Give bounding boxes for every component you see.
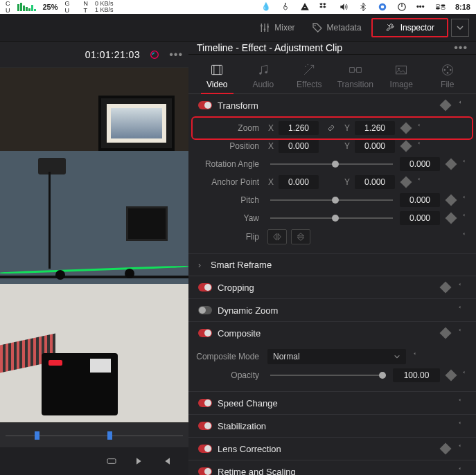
rotation-input[interactable]: [400, 157, 440, 171]
flip-horizontal-button[interactable]: [267, 229, 287, 244]
position-keyframe-button[interactable]: [400, 141, 412, 152]
flip-reset-button[interactable]: [459, 231, 470, 242]
stabilization-enable-toggle[interactable]: [198, 422, 212, 430]
zoom-x-input[interactable]: [279, 121, 319, 135]
next-button[interactable]: [132, 454, 147, 469]
pitch-slider[interactable]: [267, 193, 396, 207]
tab-image[interactable]: Image: [378, 59, 425, 93]
timecode-display[interactable]: 01:01:21:03: [85, 49, 140, 60]
speed-change-reset-button[interactable]: [455, 397, 466, 409]
transform-header[interactable]: Transform: [188, 94, 476, 116]
tab-audio[interactable]: Audio: [240, 59, 287, 93]
dynamic-zoom-enable-toggle[interactable]: [198, 306, 212, 314]
pitch-input[interactable]: [400, 193, 440, 207]
inspector-button[interactable]: Inspector: [371, 18, 448, 37]
position-reset-button[interactable]: [414, 141, 425, 152]
rotation-reset-button[interactable]: [459, 159, 470, 170]
lens-correction-header[interactable]: Lens Correction: [188, 438, 476, 460]
more-menubar-icon[interactable]: •••: [416, 2, 426, 12]
smart-reframe-header[interactable]: › Smart Reframe: [188, 254, 476, 276]
yaw-keyframe-button[interactable]: [446, 213, 457, 224]
metadata-button[interactable]: Metadata: [305, 19, 369, 36]
tab-file[interactable]: File: [425, 59, 471, 93]
retime-header[interactable]: Retime and Scaling: [188, 460, 476, 475]
viewer-scrub-bar[interactable]: [0, 422, 188, 447]
zoom-y-input[interactable]: [355, 121, 395, 135]
waterdrop-icon[interactable]: 💧: [261, 2, 271, 12]
tab-video[interactable]: Video: [194, 59, 240, 93]
dynamic-zoom-header[interactable]: Dynamic Zoom: [188, 299, 476, 321]
rotation-keyframe-button[interactable]: [446, 159, 457, 170]
retime-enable-toggle[interactable]: [198, 467, 212, 475]
transport-controls: [0, 447, 188, 475]
svg-point-31: [443, 69, 446, 71]
retime-reset-button[interactable]: [455, 466, 466, 475]
composite-mode-reset-button[interactable]: [410, 351, 421, 362]
opacity-input[interactable]: [393, 368, 440, 382]
zoom-reset-button[interactable]: [414, 123, 425, 134]
prev-button[interactable]: [159, 454, 175, 469]
pitch-reset-button[interactable]: [459, 195, 470, 206]
dropbox-icon[interactable]: [319, 2, 329, 12]
yaw-input[interactable]: [400, 211, 440, 225]
clock[interactable]: 8:18: [455, 3, 470, 11]
position-y-input[interactable]: [355, 139, 395, 153]
camera-app-icon[interactable]: [378, 2, 387, 12]
rotation-slider[interactable]: [267, 157, 396, 171]
anchor-reset-button[interactable]: [414, 177, 425, 188]
lens-correction-keyframe-button[interactable]: [440, 443, 452, 455]
composite-header[interactable]: Composite: [188, 322, 476, 344]
composite-mode-select[interactable]: Normal: [267, 349, 406, 364]
panel-expand-button[interactable]: [451, 19, 469, 37]
svg-point-15: [314, 24, 315, 26]
mac-menubar: CU 25% GU NT 0 KB/s 1 KB/s 💧 ••• 8:18: [0, 0, 476, 14]
lens-correction-reset-button[interactable]: [455, 443, 466, 454]
flame-icon[interactable]: [281, 2, 290, 12]
inspector-options-button[interactable]: •••: [454, 42, 468, 54]
cropping-reset-button[interactable]: [455, 282, 466, 293]
opacity-slider[interactable]: [267, 368, 389, 382]
dynamic-zoom-reset-button[interactable]: [455, 305, 466, 316]
opacity-reset-button[interactable]: [459, 370, 470, 381]
cropping-enable-toggle[interactable]: [198, 283, 212, 292]
tab-effects[interactable]: Effects: [286, 59, 333, 93]
transform-reset-button[interactable]: [455, 100, 466, 111]
flip-vertical-button[interactable]: [291, 229, 310, 244]
anchor-y-input[interactable]: [355, 175, 395, 189]
transform-keyframe-button[interactable]: [440, 100, 452, 111]
stabilization-header[interactable]: Stabilization: [188, 415, 476, 437]
anchor-x-input[interactable]: [279, 175, 319, 189]
composite-reset-button[interactable]: [455, 328, 466, 339]
svg-point-32: [450, 69, 452, 71]
opacity-keyframe-button[interactable]: [446, 370, 457, 382]
opacity-row: Opacity: [194, 366, 470, 384]
lens-correction-enable-toggle[interactable]: [198, 445, 212, 453]
transform-enable-toggle[interactable]: [198, 101, 212, 109]
speed-change-enable-toggle[interactable]: [198, 399, 212, 407]
composite-keyframe-button[interactable]: [440, 328, 452, 339]
svg-rect-9: [441, 5, 446, 7]
viewer-options-button[interactable]: •••: [169, 48, 183, 61]
power-icon[interactable]: [397, 2, 407, 12]
yaw-reset-button[interactable]: [459, 213, 470, 224]
pitch-keyframe-button[interactable]: [446, 195, 457, 206]
anchor-keyframe-button[interactable]: [400, 177, 412, 188]
position-x-input[interactable]: [279, 139, 319, 153]
zoom-link-button[interactable]: [323, 123, 340, 133]
yaw-slider[interactable]: [267, 211, 396, 225]
cropping-keyframe-button[interactable]: [440, 282, 452, 294]
viewer-image[interactable]: [0, 68, 188, 422]
mixer-button[interactable]: Mixer: [252, 19, 301, 36]
stabilization-reset-button[interactable]: [455, 420, 466, 431]
loop-button[interactable]: [104, 454, 119, 469]
cropping-header[interactable]: Cropping: [188, 276, 476, 298]
bluetooth-icon[interactable]: [358, 2, 368, 12]
tab-transition[interactable]: Transition: [333, 59, 379, 93]
volume-icon[interactable]: [339, 2, 349, 12]
cloud-app-icon[interactable]: [300, 2, 310, 12]
zoom-keyframe-button[interactable]: [400, 123, 412, 134]
speed-change-header[interactable]: Speed Change: [188, 392, 476, 414]
control-center-icon[interactable]: [436, 2, 446, 12]
composite-enable-toggle[interactable]: [198, 329, 212, 337]
bypass-fx-button[interactable]: [147, 47, 162, 62]
